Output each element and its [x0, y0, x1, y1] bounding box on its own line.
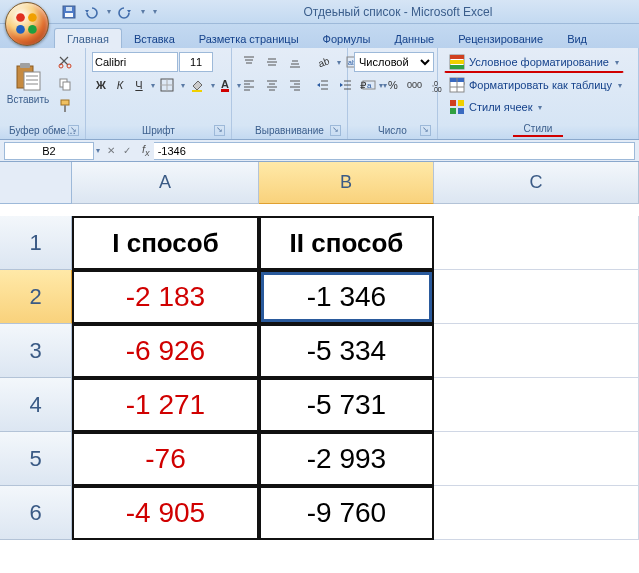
borders-icon — [160, 78, 174, 92]
tab-formulas[interactable]: Формулы — [311, 29, 383, 48]
redo-icon[interactable] — [117, 4, 133, 20]
undo-icon[interactable] — [83, 4, 99, 20]
row-header-1[interactable]: 1 — [0, 216, 72, 270]
align-left-button[interactable] — [238, 75, 260, 95]
number-launcher-icon[interactable]: ↘ — [420, 125, 431, 136]
align-top-button[interactable] — [238, 52, 260, 72]
row-header-2[interactable]: 2 — [0, 270, 72, 324]
tab-page-layout[interactable]: Разметка страницы — [187, 29, 311, 48]
cell-B3[interactable]: -5 334 — [259, 324, 434, 378]
align-center-button[interactable] — [261, 75, 283, 95]
row-header-4[interactable]: 4 — [0, 378, 72, 432]
fill-color-dropdown-icon[interactable]: ▾ — [211, 81, 215, 90]
tab-data[interactable]: Данные — [382, 29, 446, 48]
borders-dropdown-icon[interactable]: ▾ — [181, 81, 185, 90]
fx-icon[interactable]: fx — [142, 143, 150, 158]
align-right-button[interactable] — [284, 75, 306, 95]
tab-home[interactable]: Главная — [54, 28, 122, 48]
conditional-formatting-button[interactable]: Условное форматирование ▾ — [444, 52, 624, 73]
cell-C5[interactable] — [434, 432, 639, 486]
cell-B6[interactable]: -9 760 — [259, 486, 434, 540]
tab-insert[interactable]: Вставка — [122, 29, 187, 48]
svg-rect-63 — [450, 65, 464, 69]
clipboard-launcher-icon[interactable]: ↘ — [68, 125, 79, 136]
formula-input[interactable] — [154, 142, 635, 160]
enter-icon[interactable]: ✓ — [120, 144, 134, 158]
cell-B5[interactable]: -2 993 — [259, 432, 434, 486]
office-button[interactable] — [5, 2, 49, 46]
orientation-icon: ab — [316, 55, 330, 69]
cell-C3[interactable] — [434, 324, 639, 378]
column-header-C[interactable]: C — [434, 162, 639, 204]
orientation-button[interactable]: ab — [312, 52, 334, 72]
cell-styles-icon — [449, 99, 465, 115]
align-middle-button[interactable] — [261, 52, 283, 72]
select-all-corner[interactable] — [0, 162, 72, 204]
paste-button[interactable]: Вставить — [6, 52, 50, 114]
cell-A3[interactable]: -6 926 — [72, 324, 259, 378]
align-middle-icon — [265, 55, 279, 69]
cell-A6[interactable]: -4 905 — [72, 486, 259, 540]
font-size-combobox[interactable] — [179, 52, 213, 72]
align-bottom-button[interactable] — [284, 52, 306, 72]
number-format-combobox[interactable]: Числовой — [354, 52, 434, 72]
svg-rect-61 — [450, 55, 464, 59]
orientation-dropdown-icon[interactable]: ▾ — [337, 58, 341, 67]
cell-C1[interactable] — [434, 216, 639, 270]
name-box[interactable] — [4, 142, 94, 160]
svg-text:₽: ₽ — [360, 80, 367, 91]
align-center-icon — [265, 78, 279, 92]
undo-dropdown-icon[interactable]: ▾ — [107, 7, 111, 16]
cell-B2[interactable]: -1 346 — [259, 270, 434, 324]
worksheet-grid[interactable]: A B C 1 I способ II способ 2 -2 183 -1 3… — [0, 162, 639, 540]
row-header-3[interactable]: 3 — [0, 324, 72, 378]
percent-button[interactable]: % — [384, 75, 402, 95]
borders-button[interactable] — [156, 75, 178, 95]
svg-point-3 — [28, 25, 37, 34]
cell-A4[interactable]: -1 271 — [72, 378, 259, 432]
cell-C2[interactable] — [434, 270, 639, 324]
tab-review[interactable]: Рецензирование — [446, 29, 555, 48]
tab-view[interactable]: Вид — [555, 29, 599, 48]
cut-button[interactable] — [54, 52, 76, 72]
fill-color-button[interactable] — [186, 75, 208, 95]
svg-point-0 — [16, 13, 25, 22]
column-header-B[interactable]: B — [259, 162, 434, 204]
underline-dropdown-icon[interactable]: ▾ — [151, 81, 155, 90]
comma-style-button[interactable]: 000 — [403, 75, 426, 95]
cell-A1[interactable]: I способ — [72, 216, 259, 270]
decrease-indent-button[interactable] — [312, 75, 334, 95]
save-icon[interactable] — [61, 4, 77, 20]
cell-C4[interactable] — [434, 378, 639, 432]
format-as-table-label: Форматировать как таблицу — [469, 79, 612, 91]
format-painter-button[interactable] — [54, 96, 76, 116]
cell-C6[interactable] — [434, 486, 639, 540]
font-launcher-icon[interactable]: ↘ — [214, 125, 225, 136]
accounting-format-button[interactable]: ₽ — [354, 75, 376, 95]
font-name-combobox[interactable] — [92, 52, 178, 72]
alignment-launcher-icon[interactable]: ↘ — [330, 125, 341, 136]
row-header-5[interactable]: 5 — [0, 432, 72, 486]
copy-button[interactable] — [54, 74, 76, 94]
chevron-down-icon: ▾ — [538, 103, 542, 112]
accounting-dropdown-icon[interactable]: ▾ — [379, 81, 383, 90]
cell-B4[interactable]: -5 731 — [259, 378, 434, 432]
format-as-table-button[interactable]: Форматировать как таблицу ▾ — [444, 75, 627, 95]
svg-rect-69 — [458, 100, 464, 106]
bold-button[interactable]: Ж — [92, 75, 110, 95]
cancel-icon[interactable]: ✕ — [104, 144, 118, 158]
cell-A2[interactable]: -2 183 — [72, 270, 259, 324]
row-header-6[interactable]: 6 — [0, 486, 72, 540]
svg-rect-70 — [450, 108, 456, 114]
cell-A5[interactable]: -76 — [72, 432, 259, 486]
italic-button[interactable]: К — [111, 75, 129, 95]
column-header-A[interactable]: A — [72, 162, 259, 204]
namebox-dropdown-icon[interactable]: ▾ — [96, 146, 100, 155]
cell-styles-button[interactable]: Стили ячеек ▾ — [444, 97, 547, 117]
cell-B1[interactable]: II способ — [259, 216, 434, 270]
conditional-formatting-label: Условное форматирование — [469, 56, 609, 68]
redo-dropdown-icon[interactable]: ▾ — [141, 7, 145, 16]
group-number: Числовой ₽ ▾ % 000 ,0,00 ,00,0 Число↘ — [348, 48, 438, 139]
underline-button[interactable]: Ч — [130, 75, 148, 95]
group-label-alignment: Выравнивание↘ — [238, 125, 341, 137]
